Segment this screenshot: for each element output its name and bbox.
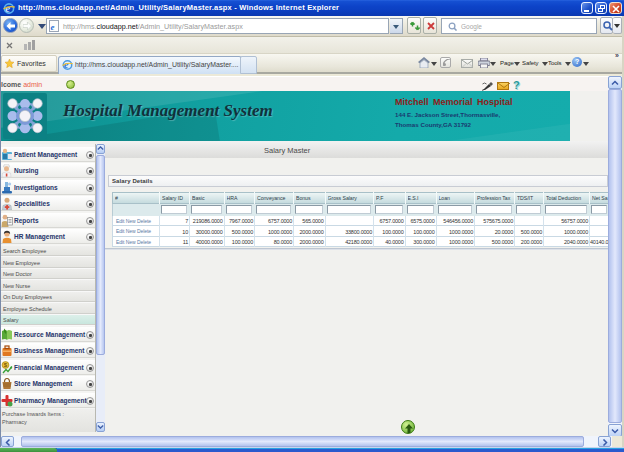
svg-text:e: e [51,22,55,32]
